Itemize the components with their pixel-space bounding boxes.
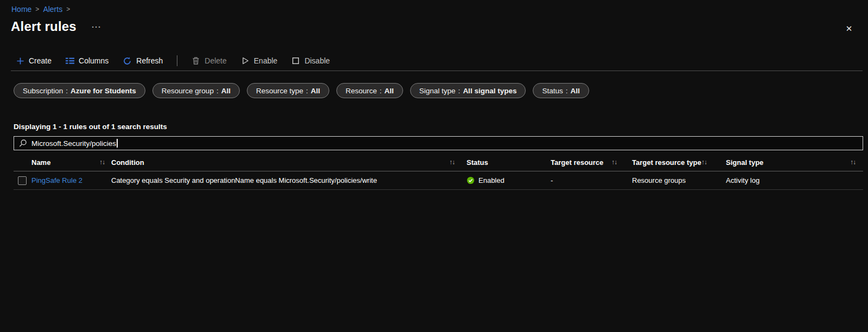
filter-label: Resource group xyxy=(162,87,214,95)
search-input[interactable]: Microsoft.Security/policies xyxy=(14,136,863,150)
filter-value: All xyxy=(311,87,320,95)
target-resource-type-text: Resource groups xyxy=(632,176,686,184)
table-header-row: Name ↑↓ Condition ↑↓ Status Target resou… xyxy=(14,154,863,171)
filter-separator: : xyxy=(566,87,568,95)
breadcrumb-separator: > xyxy=(66,5,70,13)
filter-label: Resource xyxy=(346,87,377,95)
disable-button-label: Disable xyxy=(304,56,330,65)
filter-value: All xyxy=(385,87,394,95)
filter-signal-type[interactable]: Signal type:All signal types xyxy=(410,83,526,98)
row-name-cell: PingSafe Rule 2 xyxy=(31,176,111,184)
create-button[interactable]: Create xyxy=(16,56,52,65)
filter-separator: : xyxy=(380,87,382,95)
text-caret xyxy=(117,139,118,148)
search-icon xyxy=(18,139,27,148)
table-row: PingSafe Rule 2 Category equals Security… xyxy=(14,171,863,190)
title-row: Alert rules ··· xyxy=(11,19,101,34)
column-label: Condition xyxy=(111,158,144,167)
row-checkbox[interactable] xyxy=(18,176,27,185)
filter-separator: : xyxy=(306,87,308,95)
filter-label: Subscription xyxy=(23,87,63,95)
toolbar-divider xyxy=(177,55,177,66)
signal-type-text: Activity log xyxy=(726,176,760,184)
column-header-signal-type[interactable]: Signal type ↑↓ xyxy=(726,158,863,167)
row-condition-cell: Category equals Security and operationNa… xyxy=(111,176,467,184)
refresh-button-label: Refresh xyxy=(136,56,163,65)
more-options-icon[interactable]: ··· xyxy=(92,22,101,31)
square-icon xyxy=(291,56,300,65)
results-summary: Displaying 1 - 1 rules out of 1 search r… xyxy=(14,123,167,131)
filter-status[interactable]: Status:All xyxy=(533,83,589,98)
row-checkbox-cell xyxy=(14,176,31,185)
filter-resource-group[interactable]: Resource group:All xyxy=(152,83,240,98)
delete-button[interactable]: Delete xyxy=(192,56,226,65)
refresh-button[interactable]: Refresh xyxy=(123,56,163,66)
search-input-value: Microsoft.Security/policies xyxy=(31,139,116,148)
columns-button[interactable]: Columns xyxy=(66,56,108,65)
column-header-target-resource[interactable]: Target resource ↑↓ xyxy=(551,158,632,167)
toolbar: Create Columns Refresh Delete xyxy=(16,54,330,68)
column-header-name[interactable]: Name ↑↓ xyxy=(31,158,111,167)
row-signal-type-cell: Activity log xyxy=(726,176,863,184)
filter-value: Azure for Students xyxy=(71,87,136,95)
breadcrumb-home[interactable]: Home xyxy=(11,5,31,14)
sort-icon[interactable]: ↑↓ xyxy=(701,158,707,166)
breadcrumb-alerts[interactable]: Alerts xyxy=(43,5,62,14)
column-label: Signal type xyxy=(726,158,763,167)
create-button-label: Create xyxy=(29,56,52,65)
column-header-condition[interactable]: Condition ↑↓ xyxy=(111,158,467,167)
row-target-resource-type-cell: Resource groups xyxy=(632,176,726,184)
filter-value: All signal types xyxy=(463,87,516,95)
row-status-cell: Enabled xyxy=(467,176,551,184)
alert-rule-link[interactable]: PingSafe Rule 2 xyxy=(31,176,82,184)
enable-button[interactable]: Enable xyxy=(241,56,278,65)
column-header-status[interactable]: Status xyxy=(467,158,551,167)
sort-icon[interactable]: ↑↓ xyxy=(449,158,455,166)
condition-text: Category equals Security and operationNa… xyxy=(111,176,377,184)
column-label: Status xyxy=(467,158,488,167)
plus-icon xyxy=(16,57,24,65)
columns-icon xyxy=(66,57,74,65)
row-target-resource-cell: - xyxy=(551,176,632,184)
delete-button-label: Delete xyxy=(205,56,226,65)
disable-button[interactable]: Disable xyxy=(291,56,330,65)
breadcrumb-separator: > xyxy=(35,5,39,13)
play-icon xyxy=(241,56,250,65)
status-enabled-icon xyxy=(467,176,475,184)
column-label: Target resource xyxy=(551,158,603,167)
column-label: Name xyxy=(31,158,50,167)
sort-icon[interactable]: ↑↓ xyxy=(99,158,105,166)
close-icon[interactable]: ✕ xyxy=(843,23,855,35)
sort-icon[interactable]: ↑↓ xyxy=(611,158,617,166)
enable-button-label: Enable xyxy=(254,56,278,65)
status-text: Enabled xyxy=(478,176,505,184)
filter-bar: Subscription:Azure for Students Resource… xyxy=(14,83,589,98)
filter-subscription[interactable]: Subscription:Azure for Students xyxy=(14,83,145,98)
page-title: Alert rules xyxy=(11,19,76,34)
alert-rules-table: Name ↑↓ Condition ↑↓ Status Target resou… xyxy=(14,154,863,190)
sort-icon[interactable]: ↑↓ xyxy=(850,158,856,166)
breadcrumb: Home > Alerts > xyxy=(11,5,70,14)
filter-separator: : xyxy=(216,87,219,95)
columns-button-label: Columns xyxy=(79,56,108,65)
filter-value: All xyxy=(221,87,231,95)
filter-resource-type[interactable]: Resource type:All xyxy=(247,83,329,98)
filter-label: Resource type xyxy=(256,87,303,95)
refresh-icon xyxy=(123,56,132,66)
filter-resource[interactable]: Resource:All xyxy=(336,83,403,98)
filter-separator: : xyxy=(66,87,68,95)
column-label: Target resource type xyxy=(632,158,701,167)
toolbar-divider-line xyxy=(11,71,863,71)
filter-label: Signal type xyxy=(419,87,456,95)
trash-icon xyxy=(192,56,200,65)
filter-separator: : xyxy=(458,87,461,95)
filter-value: All xyxy=(570,87,579,95)
filter-label: Status xyxy=(542,87,563,95)
column-header-target-resource-type[interactable]: Target resource type ↑↓ xyxy=(632,158,726,167)
target-resource-text: - xyxy=(551,176,553,184)
